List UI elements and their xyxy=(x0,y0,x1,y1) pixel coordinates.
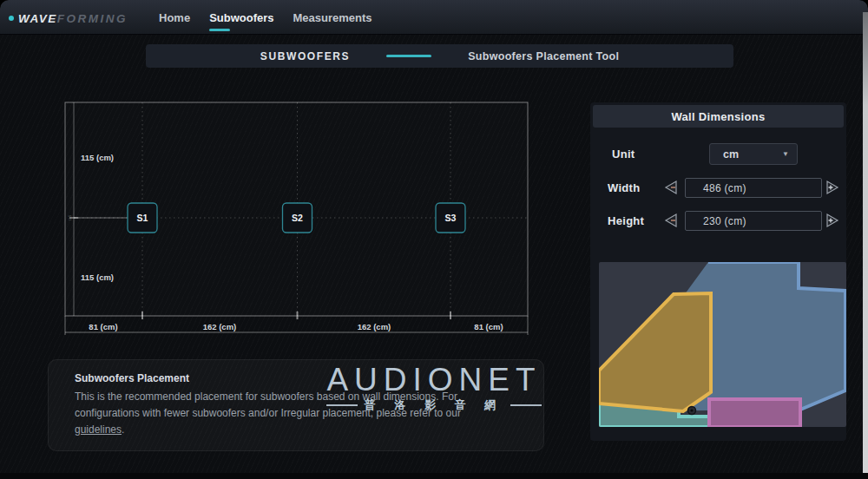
height-input[interactable]: 230 (cm) xyxy=(685,211,822,231)
dim-label-top: 115 (cm) xyxy=(81,153,114,162)
subwoofer-s3-label: S3 xyxy=(445,213,457,223)
room-floor-purple xyxy=(709,399,800,427)
brand-name-primary: WAVE xyxy=(18,12,57,25)
tab-placement-tool[interactable]: Subwoofers Placement Tool xyxy=(468,50,619,62)
chevron-down-icon: ▼ xyxy=(782,150,789,158)
brand-logo: WAVEFORMING xyxy=(9,10,128,26)
dim-label-seg2: 162 (cm) xyxy=(203,322,237,331)
nav-item-measurements[interactable]: Measurements xyxy=(293,11,372,24)
info-text: This is the recommended placement for su… xyxy=(75,389,478,438)
wall-dimensions-title: Wall Dimensions xyxy=(593,105,844,128)
nav-item-subwoofers[interactable]: Subwoofers xyxy=(209,11,273,24)
unit-select[interactable]: cm ▼ xyxy=(709,143,798,165)
subwoofer-s1-label: S1 xyxy=(137,213,148,223)
brand-dot-icon xyxy=(9,16,14,21)
info-title: Subwoofers Placement xyxy=(75,372,189,384)
screen-edge-right xyxy=(863,12,868,479)
nav-item-home[interactable]: Home xyxy=(159,11,190,24)
dim-label-mid-tiny: 115 xyxy=(68,214,72,220)
width-input[interactable]: 486 (cm) xyxy=(685,178,822,198)
room-preview[interactable] xyxy=(599,262,846,427)
placement-diagram: 115 (cm) 115 (cm) 115 81 (cm) 162 (cm) 1… xyxy=(52,91,538,343)
tab-separator-dash xyxy=(386,55,431,57)
brand-name-secondary: FORMING xyxy=(57,12,128,25)
height-increase-button[interactable] xyxy=(825,213,839,228)
width-value: 486 (cm) xyxy=(703,182,746,194)
dim-label-seg3: 162 (cm) xyxy=(358,322,391,331)
wall-dimensions-card: Wall Dimensions Unit cm ▼ Width 486 (cm)… xyxy=(590,102,846,441)
unit-label: Unit xyxy=(612,148,635,161)
nav-menu: Home Subwoofers Measurements xyxy=(159,0,372,35)
width-label: Width xyxy=(608,181,640,194)
info-text-period: . xyxy=(122,423,124,436)
top-nav: WAVEFORMING Home Subwoofers Measurements xyxy=(0,0,868,35)
subwoofer-s2-label: S2 xyxy=(292,213,303,223)
section-tabbar: SUBWOOFERS Subwoofers Placement Tool xyxy=(146,44,733,68)
tab-subwoofers[interactable]: SUBWOOFERS xyxy=(260,50,350,62)
unit-select-value: cm xyxy=(723,148,782,161)
placement-info-panel: Subwoofers Placement This is the recomme… xyxy=(48,359,544,451)
subwoofer-s1[interactable]: S1 xyxy=(128,203,157,233)
subwoofer-s2[interactable]: S2 xyxy=(283,203,312,233)
info-text-body: This is the recommended placement for su… xyxy=(75,390,461,419)
dim-label-seg1: 81 (cm) xyxy=(89,322,117,331)
app-screen: WAVEFORMING Home Subwoofers Measurements… xyxy=(0,0,868,479)
height-label: Height xyxy=(608,214,644,227)
subwoofer-s3[interactable]: S3 xyxy=(436,203,465,233)
dim-label-bottom: 115 (cm) xyxy=(81,272,114,282)
height-decrease-button[interactable] xyxy=(664,213,678,228)
width-increase-button[interactable] xyxy=(825,180,839,195)
width-decrease-button[interactable] xyxy=(664,180,678,195)
height-value: 230 (cm) xyxy=(703,215,746,227)
guidelines-link[interactable]: guidelines xyxy=(75,423,122,436)
screen-edge-bottom xyxy=(0,473,868,479)
dim-label-seg4: 81 (cm) xyxy=(474,322,503,331)
